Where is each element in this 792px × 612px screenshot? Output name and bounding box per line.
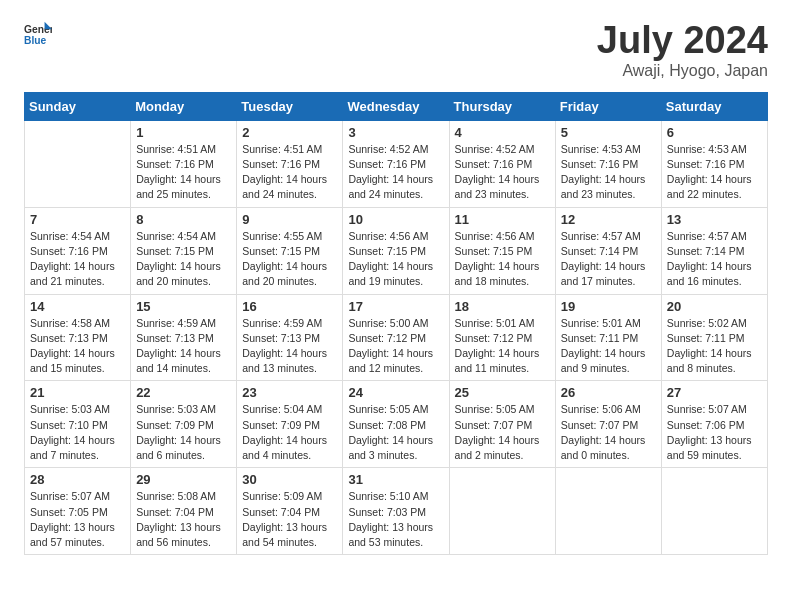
calendar-cell: 25Sunrise: 5:05 AM Sunset: 7:07 PM Dayli…: [449, 381, 555, 468]
day-number: 27: [667, 385, 762, 400]
day-number: 28: [30, 472, 125, 487]
calendar-cell: 15Sunrise: 4:59 AM Sunset: 7:13 PM Dayli…: [131, 294, 237, 381]
day-info: Sunrise: 4:59 AM Sunset: 7:13 PM Dayligh…: [136, 316, 231, 377]
day-info: Sunrise: 4:56 AM Sunset: 7:15 PM Dayligh…: [348, 229, 443, 290]
day-number: 22: [136, 385, 231, 400]
day-number: 26: [561, 385, 656, 400]
day-number: 24: [348, 385, 443, 400]
calendar-cell: 30Sunrise: 5:09 AM Sunset: 7:04 PM Dayli…: [237, 468, 343, 555]
calendar-day-header-sunday: Sunday: [25, 92, 131, 120]
logo-icon: General Blue: [24, 20, 52, 48]
day-info: Sunrise: 5:08 AM Sunset: 7:04 PM Dayligh…: [136, 489, 231, 550]
calendar-header-row: SundayMondayTuesdayWednesdayThursdayFrid…: [25, 92, 768, 120]
day-number: 9: [242, 212, 337, 227]
day-info: Sunrise: 4:52 AM Sunset: 7:16 PM Dayligh…: [348, 142, 443, 203]
day-number: 6: [667, 125, 762, 140]
calendar-cell: 11Sunrise: 4:56 AM Sunset: 7:15 PM Dayli…: [449, 207, 555, 294]
calendar-week-row: 21Sunrise: 5:03 AM Sunset: 7:10 PM Dayli…: [25, 381, 768, 468]
day-number: 15: [136, 299, 231, 314]
day-info: Sunrise: 5:06 AM Sunset: 7:07 PM Dayligh…: [561, 402, 656, 463]
day-number: 29: [136, 472, 231, 487]
calendar-cell: 26Sunrise: 5:06 AM Sunset: 7:07 PM Dayli…: [555, 381, 661, 468]
day-number: 14: [30, 299, 125, 314]
calendar-cell: 7Sunrise: 4:54 AM Sunset: 7:16 PM Daylig…: [25, 207, 131, 294]
day-number: 12: [561, 212, 656, 227]
calendar-week-row: 7Sunrise: 4:54 AM Sunset: 7:16 PM Daylig…: [25, 207, 768, 294]
calendar-cell: 2Sunrise: 4:51 AM Sunset: 7:16 PM Daylig…: [237, 120, 343, 207]
day-info: Sunrise: 5:02 AM Sunset: 7:11 PM Dayligh…: [667, 316, 762, 377]
day-info: Sunrise: 5:09 AM Sunset: 7:04 PM Dayligh…: [242, 489, 337, 550]
month-title: July 2024: [597, 20, 768, 62]
day-info: Sunrise: 4:54 AM Sunset: 7:16 PM Dayligh…: [30, 229, 125, 290]
calendar-cell: 17Sunrise: 5:00 AM Sunset: 7:12 PM Dayli…: [343, 294, 449, 381]
logo: General Blue: [24, 20, 52, 48]
calendar-cell: 9Sunrise: 4:55 AM Sunset: 7:15 PM Daylig…: [237, 207, 343, 294]
day-info: Sunrise: 4:53 AM Sunset: 7:16 PM Dayligh…: [561, 142, 656, 203]
day-info: Sunrise: 5:03 AM Sunset: 7:09 PM Dayligh…: [136, 402, 231, 463]
calendar-week-row: 28Sunrise: 5:07 AM Sunset: 7:05 PM Dayli…: [25, 468, 768, 555]
day-number: 30: [242, 472, 337, 487]
calendar-cell: [449, 468, 555, 555]
day-info: Sunrise: 4:56 AM Sunset: 7:15 PM Dayligh…: [455, 229, 550, 290]
day-info: Sunrise: 4:58 AM Sunset: 7:13 PM Dayligh…: [30, 316, 125, 377]
calendar-week-row: 14Sunrise: 4:58 AM Sunset: 7:13 PM Dayli…: [25, 294, 768, 381]
calendar-cell: [661, 468, 767, 555]
calendar-cell: 4Sunrise: 4:52 AM Sunset: 7:16 PM Daylig…: [449, 120, 555, 207]
calendar-day-header-tuesday: Tuesday: [237, 92, 343, 120]
calendar-cell: [555, 468, 661, 555]
calendar-week-row: 1Sunrise: 4:51 AM Sunset: 7:16 PM Daylig…: [25, 120, 768, 207]
day-info: Sunrise: 5:07 AM Sunset: 7:05 PM Dayligh…: [30, 489, 125, 550]
calendar-cell: [25, 120, 131, 207]
day-info: Sunrise: 5:03 AM Sunset: 7:10 PM Dayligh…: [30, 402, 125, 463]
day-number: 8: [136, 212, 231, 227]
calendar-cell: 10Sunrise: 4:56 AM Sunset: 7:15 PM Dayli…: [343, 207, 449, 294]
day-number: 17: [348, 299, 443, 314]
day-info: Sunrise: 4:54 AM Sunset: 7:15 PM Dayligh…: [136, 229, 231, 290]
day-info: Sunrise: 5:00 AM Sunset: 7:12 PM Dayligh…: [348, 316, 443, 377]
calendar-cell: 5Sunrise: 4:53 AM Sunset: 7:16 PM Daylig…: [555, 120, 661, 207]
calendar-cell: 6Sunrise: 4:53 AM Sunset: 7:16 PM Daylig…: [661, 120, 767, 207]
day-info: Sunrise: 4:52 AM Sunset: 7:16 PM Dayligh…: [455, 142, 550, 203]
day-info: Sunrise: 4:59 AM Sunset: 7:13 PM Dayligh…: [242, 316, 337, 377]
day-info: Sunrise: 4:55 AM Sunset: 7:15 PM Dayligh…: [242, 229, 337, 290]
calendar-cell: 29Sunrise: 5:08 AM Sunset: 7:04 PM Dayli…: [131, 468, 237, 555]
day-number: 4: [455, 125, 550, 140]
calendar-cell: 22Sunrise: 5:03 AM Sunset: 7:09 PM Dayli…: [131, 381, 237, 468]
day-number: 31: [348, 472, 443, 487]
header: General Blue July 2024 Awaji, Hyogo, Jap…: [24, 20, 768, 80]
day-number: 1: [136, 125, 231, 140]
calendar-cell: 16Sunrise: 4:59 AM Sunset: 7:13 PM Dayli…: [237, 294, 343, 381]
day-number: 20: [667, 299, 762, 314]
calendar-cell: 8Sunrise: 4:54 AM Sunset: 7:15 PM Daylig…: [131, 207, 237, 294]
day-info: Sunrise: 4:51 AM Sunset: 7:16 PM Dayligh…: [136, 142, 231, 203]
day-number: 11: [455, 212, 550, 227]
title-area: July 2024 Awaji, Hyogo, Japan: [597, 20, 768, 80]
day-number: 7: [30, 212, 125, 227]
calendar-cell: 31Sunrise: 5:10 AM Sunset: 7:03 PM Dayli…: [343, 468, 449, 555]
calendar-cell: 1Sunrise: 4:51 AM Sunset: 7:16 PM Daylig…: [131, 120, 237, 207]
calendar-cell: 23Sunrise: 5:04 AM Sunset: 7:09 PM Dayli…: [237, 381, 343, 468]
calendar-cell: 27Sunrise: 5:07 AM Sunset: 7:06 PM Dayli…: [661, 381, 767, 468]
day-number: 21: [30, 385, 125, 400]
day-info: Sunrise: 5:05 AM Sunset: 7:07 PM Dayligh…: [455, 402, 550, 463]
day-info: Sunrise: 4:53 AM Sunset: 7:16 PM Dayligh…: [667, 142, 762, 203]
calendar-day-header-saturday: Saturday: [661, 92, 767, 120]
calendar-cell: 18Sunrise: 5:01 AM Sunset: 7:12 PM Dayli…: [449, 294, 555, 381]
day-info: Sunrise: 5:01 AM Sunset: 7:11 PM Dayligh…: [561, 316, 656, 377]
day-info: Sunrise: 5:10 AM Sunset: 7:03 PM Dayligh…: [348, 489, 443, 550]
calendar-cell: 3Sunrise: 4:52 AM Sunset: 7:16 PM Daylig…: [343, 120, 449, 207]
calendar-cell: 20Sunrise: 5:02 AM Sunset: 7:11 PM Dayli…: [661, 294, 767, 381]
calendar-day-header-friday: Friday: [555, 92, 661, 120]
calendar-day-header-thursday: Thursday: [449, 92, 555, 120]
day-number: 16: [242, 299, 337, 314]
day-number: 23: [242, 385, 337, 400]
day-number: 3: [348, 125, 443, 140]
calendar-cell: 28Sunrise: 5:07 AM Sunset: 7:05 PM Dayli…: [25, 468, 131, 555]
location-title: Awaji, Hyogo, Japan: [597, 62, 768, 80]
day-number: 19: [561, 299, 656, 314]
calendar-cell: 19Sunrise: 5:01 AM Sunset: 7:11 PM Dayli…: [555, 294, 661, 381]
day-info: Sunrise: 5:01 AM Sunset: 7:12 PM Dayligh…: [455, 316, 550, 377]
day-number: 13: [667, 212, 762, 227]
day-number: 18: [455, 299, 550, 314]
day-number: 10: [348, 212, 443, 227]
